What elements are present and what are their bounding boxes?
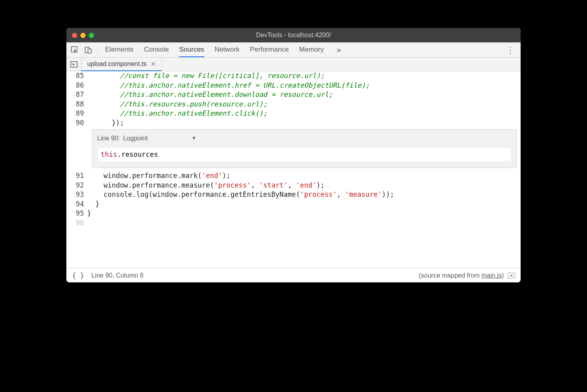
line-number[interactable]: 90	[66, 118, 87, 128]
tab-memory[interactable]: Memory	[299, 42, 323, 57]
code-line[interactable]: 88 //this.resources.push(resource.url);	[66, 100, 521, 109]
code-line[interactable]: 86 //this.anchor.nativeElement.href = UR…	[66, 81, 521, 90]
logpoint-expr-this: this	[101, 150, 117, 158]
tab-console[interactable]: Console	[144, 42, 169, 57]
code-content: //this.anchor.nativeElement.click();	[87, 109, 521, 118]
tab-network[interactable]: Network	[215, 42, 240, 57]
code-line[interactable]: 96	[66, 218, 521, 228]
code-line[interactable]: 87 //this.anchor.nativeElement.download …	[66, 90, 521, 100]
code-line[interactable]: 92 window.performance.measure('process',…	[66, 181, 521, 190]
navigator-toggle-icon[interactable]	[66, 58, 82, 71]
close-window-button[interactable]	[72, 33, 77, 38]
line-number[interactable]: 93	[66, 190, 87, 200]
devtools-window: DevTools - localhost:4200/ Elements Cons…	[66, 28, 521, 282]
code-editor[interactable]: 85 //const file = new File([critical], r…	[66, 71, 521, 268]
code-content: }	[87, 209, 521, 218]
toolbar-separator	[98, 46, 98, 54]
minimize-window-button[interactable]	[80, 33, 86, 38]
line-number[interactable]: 96	[66, 218, 87, 228]
main-toolbar: Elements Console Sources Network Perform…	[66, 42, 521, 58]
code-line[interactable]: 90 });	[66, 118, 521, 128]
line-number[interactable]: 86	[66, 81, 87, 90]
file-tab[interactable]: upload.component.ts ✕	[82, 58, 162, 71]
code-content	[87, 218, 521, 228]
line-number[interactable]: 87	[66, 90, 87, 100]
maximize-window-button[interactable]	[89, 33, 94, 38]
code-line[interactable]: 89 //this.anchor.nativeElement.click();	[66, 109, 521, 118]
line-number[interactable]: 92	[66, 181, 87, 190]
code-line[interactable]: 94 }	[66, 200, 521, 209]
panel-tabs: Elements Console Sources Network Perform…	[105, 42, 499, 57]
code-line[interactable]: 91 window.performance.mark('end');	[66, 171, 521, 181]
toggle-drawer-icon[interactable]	[508, 273, 515, 278]
code-content: console.log(window.performance.getEntrie…	[87, 190, 521, 200]
code-content: //const file = new File([critical], reso…	[87, 71, 521, 81]
tab-elements[interactable]: Elements	[105, 42, 134, 57]
logpoint-type-value: Logpoint	[123, 134, 148, 143]
code-content: //this.anchor.nativeElement.href = URL.c…	[87, 81, 521, 90]
cursor-position: Line 90, Column 8	[92, 272, 144, 279]
line-number[interactable]: 91	[66, 171, 87, 181]
close-tab-icon[interactable]: ✕	[151, 60, 156, 68]
logpoint-expression-input[interactable]: this.resources	[97, 147, 511, 162]
code-content: //this.resources.push(resource.url);	[87, 100, 521, 109]
logpoint-type-select[interactable]: Logpoint ▼	[123, 134, 196, 143]
logpoint-header: Line 90: Logpoint ▼	[97, 134, 511, 143]
logpoint-expr-rest: .resources	[117, 150, 158, 158]
tab-performance[interactable]: Performance	[250, 42, 289, 57]
source-mapped-label: (source mapped from main.js)	[419, 272, 504, 279]
code-line[interactable]: 93 console.log(window.performance.getEnt…	[66, 190, 521, 200]
pretty-print-icon[interactable]: { }	[72, 272, 84, 280]
line-number[interactable]: 95	[66, 209, 87, 218]
svg-rect-2	[88, 49, 91, 53]
statusbar: { } Line 90, Column 8 (source mapped fro…	[66, 268, 521, 282]
code-content: });	[87, 118, 521, 128]
code-content: window.performance.measure('process', 's…	[87, 181, 521, 190]
line-number[interactable]: 88	[66, 100, 87, 109]
inspect-element-icon[interactable]	[70, 46, 79, 54]
tab-sources[interactable]: Sources	[179, 42, 204, 57]
window-title: DevTools - localhost:4200/	[66, 32, 521, 39]
logpoint-panel: Line 90: Logpoint ▼ this.resources	[92, 129, 517, 168]
code-content: }	[87, 200, 521, 209]
source-map-link[interactable]: main.js	[481, 272, 502, 279]
chevron-down-icon: ▼	[192, 134, 196, 143]
code-line[interactable]: 95}	[66, 209, 521, 218]
device-toolbar-icon[interactable]	[84, 46, 93, 54]
file-tab-name: upload.component.ts	[87, 60, 147, 68]
code-content: window.performance.mark('end');	[87, 171, 521, 181]
code-line[interactable]: 85 //const file = new File([critical], r…	[66, 71, 521, 81]
titlebar: DevTools - localhost:4200/	[66, 28, 521, 42]
file-tab-bar: upload.component.ts ✕	[66, 58, 521, 71]
line-number[interactable]: 85	[66, 71, 87, 81]
logpoint-line-label: Line 90:	[97, 134, 120, 143]
traffic-lights	[72, 33, 94, 38]
line-number[interactable]: 94	[66, 200, 87, 209]
more-tabs-button[interactable]: »	[334, 42, 343, 57]
code-content: //this.anchor.nativeElement.download = r…	[87, 90, 521, 100]
settings-menu-icon[interactable]: ⋮	[504, 45, 517, 55]
line-number[interactable]: 89	[66, 109, 87, 118]
